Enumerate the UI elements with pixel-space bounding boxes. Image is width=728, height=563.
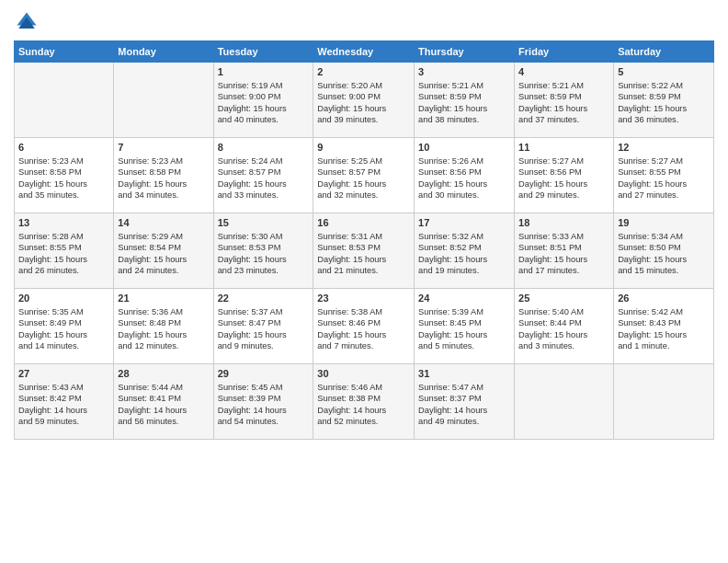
day-info-line: and 7 minutes. xyxy=(317,340,410,352)
day-info-line: Daylight: 15 hours xyxy=(618,178,710,190)
page: SundayMondayTuesdayWednesdayThursdayFrid… xyxy=(0,0,728,563)
day-info-line: Daylight: 15 hours xyxy=(418,254,510,266)
day-info-line: and 23 minutes. xyxy=(218,265,310,277)
calendar-cell: 9Sunrise: 5:25 AMSunset: 8:57 PMDaylight… xyxy=(313,138,415,213)
day-info-line: Sunrise: 5:27 AM xyxy=(618,155,710,167)
calendar-cell: 8Sunrise: 5:24 AMSunset: 8:57 PMDaylight… xyxy=(213,138,313,213)
day-header-thursday: Thursday xyxy=(415,41,515,63)
day-info-line: Daylight: 15 hours xyxy=(18,329,109,341)
calendar-cell: 10Sunrise: 5:26 AMSunset: 8:56 PMDayligh… xyxy=(415,138,515,213)
day-info-line: Sunrise: 5:23 AM xyxy=(118,155,209,167)
day-info-line: Sunset: 8:41 PM xyxy=(118,393,209,405)
day-info-line: Sunset: 8:53 PM xyxy=(218,242,310,254)
day-info-line: Daylight: 15 hours xyxy=(18,254,109,266)
day-info-line: Sunset: 8:51 PM xyxy=(518,242,609,254)
header xyxy=(14,9,714,35)
day-info-line: Sunrise: 5:46 AM xyxy=(317,382,410,394)
calendar-cell: 17Sunrise: 5:32 AMSunset: 8:52 PMDayligh… xyxy=(415,213,515,289)
calendar-cell: 12Sunrise: 5:27 AMSunset: 8:55 PMDayligh… xyxy=(614,138,714,213)
day-number: 29 xyxy=(218,367,310,381)
day-info-line: Daylight: 15 hours xyxy=(418,103,510,115)
calendar-cell: 23Sunrise: 5:38 AMSunset: 8:46 PMDayligh… xyxy=(313,289,415,364)
calendar-cell: 3Sunrise: 5:21 AMSunset: 8:59 PMDaylight… xyxy=(415,63,515,138)
day-info-line: Sunset: 8:46 PM xyxy=(317,317,410,329)
day-info-line: and 24 minutes. xyxy=(118,265,209,277)
day-info-line: and 3 minutes. xyxy=(518,340,609,352)
days-header-row: SundayMondayTuesdayWednesdayThursdayFrid… xyxy=(15,41,714,63)
day-header-monday: Monday xyxy=(114,41,213,63)
day-info-line: and 59 minutes. xyxy=(18,416,109,428)
day-number: 4 xyxy=(518,65,609,79)
calendar-cell: 24Sunrise: 5:39 AMSunset: 8:45 PMDayligh… xyxy=(415,289,515,364)
day-info-line: Daylight: 14 hours xyxy=(218,405,310,417)
day-info-line: Sunrise: 5:40 AM xyxy=(518,306,609,318)
calendar-cell: 20Sunrise: 5:35 AMSunset: 8:49 PMDayligh… xyxy=(15,289,114,364)
calendar-cell xyxy=(614,364,714,440)
day-info-line: Sunset: 9:00 PM xyxy=(218,91,310,103)
day-number: 11 xyxy=(518,141,609,155)
day-info-line: Daylight: 15 hours xyxy=(518,178,609,190)
day-info-line: Sunrise: 5:25 AM xyxy=(317,155,410,167)
calendar-cell: 4Sunrise: 5:21 AMSunset: 8:59 PMDaylight… xyxy=(515,63,614,138)
day-info-line: Sunrise: 5:20 AM xyxy=(317,80,410,92)
calendar-cell: 31Sunrise: 5:47 AMSunset: 8:37 PMDayligh… xyxy=(415,364,515,440)
logo-icon xyxy=(14,9,40,35)
calendar-cell: 5Sunrise: 5:22 AMSunset: 8:59 PMDaylight… xyxy=(614,63,714,138)
calendar-cell: 6Sunrise: 5:23 AMSunset: 8:58 PMDaylight… xyxy=(15,138,114,213)
day-info-line: and 5 minutes. xyxy=(418,340,510,352)
day-info-line: and 36 minutes. xyxy=(618,114,710,126)
day-info-line: Sunset: 8:39 PM xyxy=(218,393,310,405)
day-info-line: Sunset: 8:57 PM xyxy=(218,167,310,178)
day-info-line: Sunrise: 5:33 AM xyxy=(518,231,609,243)
day-info-line: Sunset: 8:56 PM xyxy=(518,167,609,178)
day-info-line: Daylight: 15 hours xyxy=(317,103,410,115)
calendar-cell: 14Sunrise: 5:29 AMSunset: 8:54 PMDayligh… xyxy=(114,213,213,289)
day-info-line: and 40 minutes. xyxy=(218,114,310,126)
day-header-saturday: Saturday xyxy=(614,41,714,63)
day-info-line: Sunrise: 5:39 AM xyxy=(418,306,510,318)
day-info-line: and 29 minutes. xyxy=(518,190,609,201)
calendar-cell xyxy=(15,63,114,138)
day-info-line: Sunset: 8:59 PM xyxy=(618,91,710,103)
day-info-line: and 12 minutes. xyxy=(118,340,209,352)
calendar-cell: 25Sunrise: 5:40 AMSunset: 8:44 PMDayligh… xyxy=(515,289,614,364)
day-info-line: and 26 minutes. xyxy=(18,265,109,277)
day-info-line: Sunrise: 5:44 AM xyxy=(118,382,209,394)
day-info-line: Sunrise: 5:36 AM xyxy=(118,306,209,318)
logo xyxy=(14,9,43,35)
day-info-line: and 27 minutes. xyxy=(618,190,710,201)
day-info-line: Sunrise: 5:24 AM xyxy=(218,155,310,167)
day-info-line: Sunset: 8:52 PM xyxy=(418,242,510,254)
day-info-line: and 30 minutes. xyxy=(418,190,510,201)
day-number: 7 xyxy=(118,141,209,155)
day-number: 12 xyxy=(618,141,710,155)
day-info-line: Sunrise: 5:21 AM xyxy=(518,80,609,92)
calendar-cell: 18Sunrise: 5:33 AMSunset: 8:51 PMDayligh… xyxy=(515,213,614,289)
day-number: 14 xyxy=(118,216,209,230)
day-number: 20 xyxy=(18,292,109,305)
day-info-line: and 54 minutes. xyxy=(218,416,310,428)
day-info-line: Sunrise: 5:23 AM xyxy=(18,155,109,167)
day-info-line: Daylight: 15 hours xyxy=(317,178,410,190)
day-number: 2 xyxy=(317,65,410,79)
calendar-cell: 28Sunrise: 5:44 AMSunset: 8:41 PMDayligh… xyxy=(114,364,213,440)
calendar-cell xyxy=(114,63,213,138)
day-info-line: Daylight: 15 hours xyxy=(118,329,209,341)
day-info-line: Sunset: 8:59 PM xyxy=(418,91,510,103)
calendar-cell: 2Sunrise: 5:20 AMSunset: 9:00 PMDaylight… xyxy=(313,63,415,138)
day-info-line: Sunset: 8:45 PM xyxy=(418,317,510,329)
day-number: 6 xyxy=(18,141,109,155)
calendar-cell: 16Sunrise: 5:31 AMSunset: 8:53 PMDayligh… xyxy=(313,213,415,289)
day-info-line: Sunrise: 5:45 AM xyxy=(218,382,310,394)
day-info-line: Daylight: 15 hours xyxy=(618,329,710,341)
week-row-3: 13Sunrise: 5:28 AMSunset: 8:55 PMDayligh… xyxy=(15,213,714,289)
day-info-line: Sunset: 8:48 PM xyxy=(118,317,209,329)
day-info-line: and 1 minute. xyxy=(618,340,710,352)
day-number: 25 xyxy=(518,292,609,305)
day-info-line: Sunrise: 5:22 AM xyxy=(618,80,710,92)
day-info-line: Daylight: 14 hours xyxy=(418,405,510,417)
calendar-cell: 19Sunrise: 5:34 AMSunset: 8:50 PMDayligh… xyxy=(614,213,714,289)
day-info-line: Daylight: 15 hours xyxy=(18,178,109,190)
calendar-cell: 1Sunrise: 5:19 AMSunset: 9:00 PMDaylight… xyxy=(213,63,313,138)
calendar-table: SundayMondayTuesdayWednesdayThursdayFrid… xyxy=(14,40,714,440)
